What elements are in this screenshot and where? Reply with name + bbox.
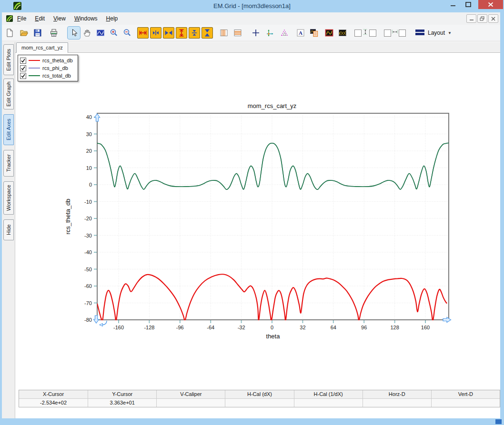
zoom-window-button[interactable] — [94, 27, 107, 39]
print-button[interactable] — [48, 27, 60, 39]
maximize-icon — [465, 2, 471, 7]
window-maximize-button[interactable] — [461, 0, 475, 9]
y-tick-label: 0 — [89, 182, 92, 188]
y-tick-label: 30 — [86, 131, 92, 137]
scroll-x-button[interactable] — [150, 27, 161, 39]
x-tick-label: 0 — [271, 325, 273, 330]
menubar: FileEditViewWindowsHelp — [0, 12, 504, 25]
layout-menu[interactable]: Layout▼ — [413, 27, 454, 39]
x-tick-label: -160 — [113, 325, 124, 330]
mdi-minimize-button[interactable] — [466, 14, 476, 23]
legend-label: rcs_total_db — [42, 73, 71, 79]
sidebar-tab-edit-plots[interactable]: Edit Plots — [3, 44, 14, 75]
scroll-x-icon — [151, 29, 160, 37]
x-min-handle-arrow[interactable] — [100, 324, 103, 326]
cursor-col-header: Horz-D — [363, 390, 431, 399]
sidebar-tab-workspace[interactable]: Workspace — [3, 181, 14, 215]
y-tick-label: -80 — [84, 317, 92, 323]
sidebar-tab-hide[interactable]: Hide — [3, 219, 14, 240]
plot-window-button[interactable] — [323, 27, 335, 39]
save-file-button[interactable] — [31, 27, 44, 39]
legend-checkbox-rcs_phi_db[interactable] — [20, 65, 26, 71]
caliper-triangle-button[interactable] — [278, 27, 291, 39]
zoom-out-button[interactable] — [121, 27, 133, 39]
mdi-close-button[interactable] — [488, 14, 498, 23]
fit-x-left-checkbox[interactable] — [384, 30, 391, 37]
y-max-handle[interactable] — [95, 114, 100, 121]
report-view-button[interactable] — [308, 27, 320, 39]
x-tick-label: -128 — [144, 325, 154, 330]
fit-x-controls — [384, 28, 406, 38]
legend-line-sample — [29, 60, 40, 61]
horizontal-cursors-button[interactable] — [232, 27, 244, 39]
overlay-plots-button[interactable] — [336, 27, 349, 39]
chart-legend: rcs_theta_dbrcs_phi_dbrcs_total_db — [18, 55, 78, 81]
shrink-y-icon — [203, 29, 212, 37]
overlay-plots-icon — [338, 28, 347, 38]
crosshair-button[interactable] — [250, 27, 262, 39]
mdi-restore-button[interactable] — [477, 14, 487, 23]
stretch-x-button[interactable] — [137, 27, 149, 39]
menu-help[interactable]: Help — [102, 12, 122, 25]
tracker-axes-button[interactable] — [264, 27, 276, 39]
y-tick-label: 40 — [86, 114, 92, 120]
stretch-y-button[interactable] — [176, 27, 187, 39]
menu-edit[interactable]: Edit — [30, 12, 49, 25]
text-annotation-button[interactable]: A — [294, 27, 307, 39]
fit-x-right-checkbox[interactable] — [399, 30, 406, 37]
new-file-button[interactable] — [3, 27, 16, 39]
sidebar-tab-edit-graph[interactable]: Edit Graph — [3, 79, 14, 109]
shrink-x-button[interactable] — [163, 27, 174, 39]
plot-area[interactable] — [97, 113, 449, 320]
layout-bars-icon — [415, 29, 425, 38]
menu-windows[interactable]: Windows — [70, 12, 102, 25]
window-close-button[interactable] — [478, 0, 503, 9]
sidebar-tab-edit-axes[interactable]: Edit Axes — [3, 114, 14, 145]
sidebar-tab-tracker[interactable]: Tracker — [3, 150, 14, 177]
mdi-window-buttons — [466, 14, 498, 23]
zoom-in-button[interactable] — [108, 27, 120, 39]
fit-y-controls — [354, 28, 376, 38]
crosshair-icon — [251, 28, 261, 38]
legend-checkbox-rcs_total_db[interactable] — [20, 73, 26, 79]
shrink-x-icon — [164, 29, 173, 37]
legend-checkbox-rcs_theta_db[interactable] — [20, 58, 26, 64]
series-rcs_theta_db — [97, 274, 447, 321]
new-file-icon — [5, 28, 14, 38]
open-file-button[interactable] — [18, 27, 30, 39]
vertical-cursors-button[interactable] — [218, 27, 230, 39]
pointer-select-button[interactable] — [68, 27, 80, 39]
tracker-axes-icon — [265, 28, 275, 38]
shrink-y-button[interactable] — [202, 27, 213, 39]
fit-y-left-checkbox[interactable] — [354, 30, 362, 37]
document-tab[interactable]: mom_rcs_cart_yz — [16, 42, 68, 53]
x-max-handle[interactable] — [443, 317, 451, 323]
y-tick-label: -30 — [84, 233, 92, 238]
y-tick-label: 10 — [86, 165, 92, 171]
cursor-col-header: Vert-D — [431, 390, 500, 399]
y-tick-label: -40 — [84, 249, 92, 255]
report-view-icon — [309, 28, 319, 38]
window-minimize-button[interactable] — [446, 0, 460, 9]
cursor-col-value — [294, 399, 363, 407]
fit-y-right-checkbox[interactable] — [369, 30, 376, 37]
pan-hand-button[interactable] — [81, 27, 93, 39]
toolbar: ALayout▼ — [0, 25, 504, 41]
pointer-select-icon — [69, 28, 79, 38]
check-icon — [21, 74, 25, 78]
x-tick-label: -96 — [176, 325, 184, 330]
svg-text:A: A — [299, 30, 302, 36]
chevron-down-icon: ▼ — [448, 31, 452, 35]
menu-view[interactable]: View — [49, 12, 70, 25]
cursor-col-header: X-Cursor — [19, 390, 88, 399]
menu-file[interactable]: File — [13, 12, 30, 25]
scroll-y-button[interactable] — [189, 27, 200, 39]
stretch-x-icon — [139, 29, 147, 37]
vertical-cursors-icon — [219, 28, 229, 38]
y-min-handle[interactable] — [94, 316, 99, 323]
cursor-col-header: Y-Cursor — [88, 390, 156, 399]
print-icon — [49, 28, 59, 38]
resize-grip[interactable] — [495, 419, 502, 424]
window-frame-right — [500, 12, 504, 418]
x-tick-label: 32 — [300, 325, 305, 330]
